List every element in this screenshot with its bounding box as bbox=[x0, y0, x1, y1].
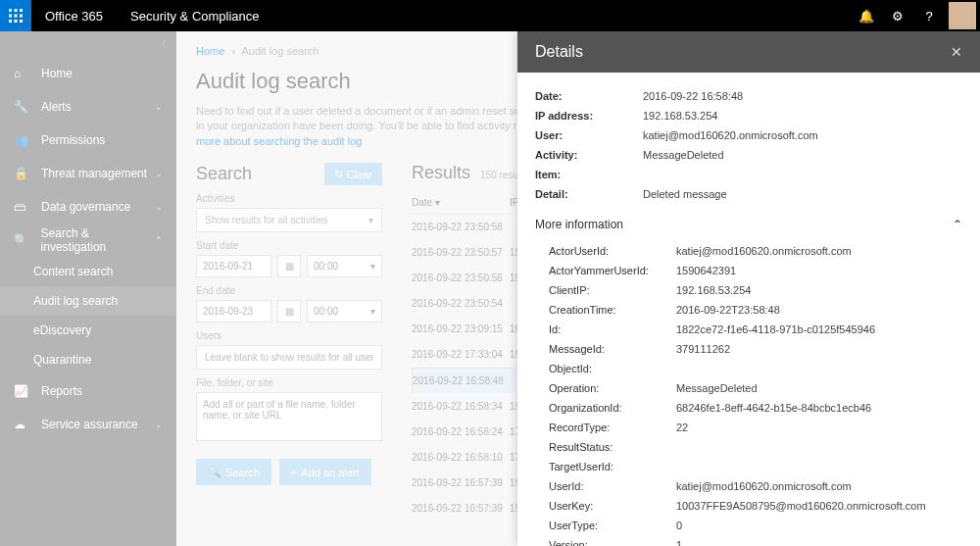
details-panel: Details ✕ Date:2016-09-22 16:58:48IP add… bbox=[517, 31, 980, 546]
wrench-icon: 🔧 bbox=[14, 100, 31, 114]
end-date-calendar-button[interactable]: ▦ bbox=[277, 300, 301, 323]
chevron-up-icon: ⌃ bbox=[155, 235, 163, 245]
sidebar-item-service-assurance[interactable]: ☁Service assurance⌄ bbox=[0, 408, 176, 441]
search-icon: 🔍 bbox=[14, 233, 31, 247]
end-date-input[interactable]: 2016-09-23 bbox=[196, 300, 271, 323]
brand-label[interactable]: Office 365 bbox=[31, 9, 117, 24]
activities-dropdown[interactable]: Show results for all activities ▾ bbox=[196, 208, 382, 232]
clear-button[interactable]: ↻ Clear bbox=[324, 163, 382, 185]
sidebar-sub-audit-log-search[interactable]: Audit log search bbox=[0, 286, 176, 316]
sidebar-item-threat-management[interactable]: 🔒Threat management⌄ bbox=[0, 157, 176, 190]
sidebar-item-permissions[interactable]: 👥Permissions bbox=[0, 124, 176, 157]
assure-icon: ☁ bbox=[14, 418, 31, 431]
col-date[interactable]: Date ▾ bbox=[412, 197, 510, 208]
chevron-down-icon: ⌄ bbox=[155, 102, 163, 112]
start-date-input[interactable]: 2016-09-21 bbox=[196, 255, 271, 277]
chevron-up-icon: ⌃ bbox=[953, 218, 962, 231]
avatar[interactable] bbox=[949, 2, 976, 29]
settings-button[interactable]: ⚙ bbox=[882, 0, 913, 31]
sort-down-icon: ▾ bbox=[435, 197, 440, 208]
detail-row: Version:1 bbox=[549, 535, 962, 546]
start-date-calendar-button[interactable]: ▦ bbox=[277, 255, 301, 277]
more-information-toggle[interactable]: More information ⌃ bbox=[535, 204, 962, 241]
sidebar: 〈 ⌂Home🔧Alerts⌄👥Permissions🔒Threat manag… bbox=[0, 31, 176, 546]
file-input[interactable] bbox=[196, 392, 382, 441]
perm-icon: 👥 bbox=[14, 133, 31, 147]
sidebar-item-label: Alerts bbox=[41, 100, 72, 114]
detail-row: Operation:MessageDeleted bbox=[549, 378, 962, 398]
chevron-left-icon: 〈 bbox=[157, 37, 167, 51]
question-icon: ? bbox=[925, 9, 932, 24]
sidebar-item-label: Data governance bbox=[41, 200, 130, 214]
detail-row: UserKey:10037FFE9A508795@mod160620.onmic… bbox=[549, 496, 962, 516]
bell-icon: 🔔 bbox=[858, 9, 874, 24]
calendar-icon: ▦ bbox=[285, 261, 294, 272]
sidebar-item-data-governance[interactable]: 🗃Data governance⌄ bbox=[0, 190, 176, 223]
detail-row: UserId:katiej@mod160620.onmicrosoft.com bbox=[549, 476, 962, 496]
sidebar-item-label: Reports bbox=[41, 384, 82, 398]
calendar-icon: ▦ bbox=[285, 306, 294, 317]
end-time-input[interactable]: 00:00▾ bbox=[307, 300, 382, 323]
detail-row: ResultStatus: bbox=[549, 437, 962, 457]
sidebar-item-label: Threat management bbox=[41, 167, 147, 180]
detail-row: CreationTime:2016-09-22T23:58:48 bbox=[549, 300, 962, 320]
sidebar-item-search-investigation[interactable]: 🔍Search & investigation⌃ bbox=[0, 223, 176, 257]
svg-rect-7 bbox=[15, 20, 18, 23]
file-label: File, folder, or site bbox=[196, 377, 382, 388]
svg-rect-1 bbox=[15, 9, 18, 12]
sidebar-item-reports[interactable]: 📈Reports bbox=[0, 374, 176, 408]
chevron-down-icon: ⌄ bbox=[155, 202, 163, 212]
svg-rect-5 bbox=[20, 15, 23, 18]
sidebar-sub-ediscovery[interactable]: eDiscovery bbox=[0, 316, 176, 345]
close-icon: ✕ bbox=[951, 44, 962, 60]
search-heading: Search bbox=[196, 164, 252, 184]
detail-row: OrganizationId:68246fe1-8eff-4642-b15e-8… bbox=[549, 398, 962, 418]
gear-icon: ⚙ bbox=[892, 9, 904, 24]
details-header: Details ✕ bbox=[517, 31, 980, 73]
detail-row: UserType:0 bbox=[549, 516, 962, 535]
waffle-icon bbox=[9, 9, 23, 23]
detail-row: Id:1822ce72-f1e6-4118-971b-c0125f545946 bbox=[549, 320, 962, 339]
collapse-sidebar-button[interactable]: 〈 bbox=[0, 31, 176, 57]
detail-row: ActorYammerUserId:1590642391 bbox=[549, 261, 962, 280]
detail-row: Item: bbox=[535, 165, 962, 184]
chevron-down-icon: ▾ bbox=[368, 215, 373, 225]
details-title: Details bbox=[535, 43, 583, 61]
detail-row: Date:2016-09-22 16:58:48 bbox=[535, 86, 962, 106]
plus-icon: + bbox=[291, 467, 297, 478]
sidebar-item-alerts[interactable]: 🔧Alerts⌄ bbox=[0, 90, 176, 124]
home-icon: ⌂ bbox=[14, 67, 31, 80]
start-time-input[interactable]: 00:00▾ bbox=[307, 255, 382, 277]
sidebar-sub-content-search[interactable]: Content search bbox=[0, 257, 176, 286]
activities-label: Activities bbox=[196, 193, 382, 204]
users-input[interactable] bbox=[196, 345, 382, 370]
detail-row: Detail:Deleted message bbox=[535, 184, 962, 204]
top-bar: Office 365 Security & Compliance 🔔 ⚙ ? bbox=[0, 0, 980, 31]
svg-rect-6 bbox=[9, 20, 12, 23]
svg-rect-4 bbox=[15, 15, 18, 18]
search-button[interactable]: 🔍 Search bbox=[196, 459, 271, 485]
app-launcher-button[interactable] bbox=[0, 0, 31, 31]
end-date-label: End date bbox=[196, 285, 382, 296]
sidebar-item-label: Permissions bbox=[41, 133, 105, 147]
svg-rect-8 bbox=[20, 20, 23, 23]
detail-row: RecordType:22 bbox=[549, 418, 962, 437]
sidebar-item-label: Search & investigation bbox=[41, 226, 155, 254]
sidebar-item-home[interactable]: ⌂Home bbox=[0, 57, 176, 90]
detail-row: TargetUserId: bbox=[549, 457, 962, 476]
sidebar-sub-quarantine[interactable]: Quarantine bbox=[0, 345, 176, 374]
chevron-down-icon: ▾ bbox=[370, 261, 375, 272]
svg-rect-2 bbox=[20, 9, 23, 12]
results-heading: Results bbox=[412, 163, 470, 183]
notifications-button[interactable]: 🔔 bbox=[851, 0, 882, 31]
breadcrumb-home[interactable]: Home bbox=[196, 45, 224, 57]
search-icon: 🔍 bbox=[208, 466, 221, 478]
help-button[interactable]: ? bbox=[913, 0, 945, 31]
refresh-icon: ↻ bbox=[334, 168, 343, 180]
add-alert-button[interactable]: + Add an alert bbox=[279, 459, 371, 485]
app-label: Security & Compliance bbox=[117, 9, 273, 24]
detail-row: MessageId:379111262 bbox=[549, 339, 962, 359]
detail-row: Activity:MessageDeleted bbox=[535, 145, 962, 165]
close-button[interactable]: ✕ bbox=[951, 44, 962, 60]
chart-icon: 📈 bbox=[14, 384, 31, 398]
